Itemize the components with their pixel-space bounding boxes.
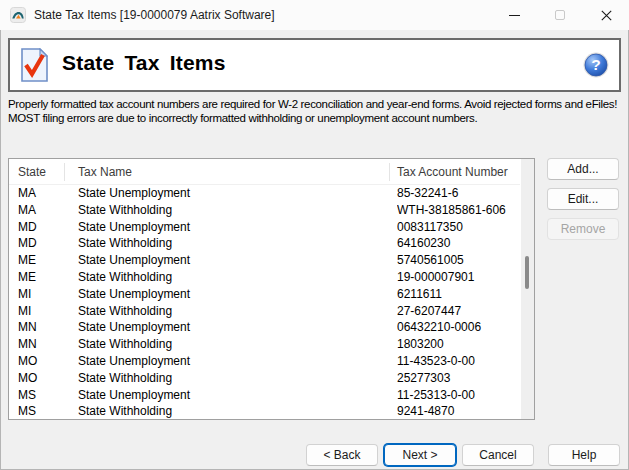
column-separator: [389, 163, 390, 181]
cell-state: MO: [18, 370, 78, 387]
window-title: State Tax Items [19-0000079 Aatrix Softw…: [34, 0, 275, 30]
cell-account-number: 11-25313-0-00: [397, 387, 520, 404]
table-row[interactable]: MA State Withholding WTH-38185861-606: [9, 202, 520, 219]
maximize-icon: [555, 10, 565, 20]
table-row[interactable]: MN State Unemployment 06432210-0006: [9, 319, 520, 336]
table-row[interactable]: ME State Unemployment 5740561005: [9, 252, 520, 269]
edit-button[interactable]: Edit...: [547, 188, 619, 210]
page-title: State Tax Items: [62, 51, 226, 75]
table-row[interactable]: MD State Unemployment 0083117350: [9, 219, 520, 236]
cell-account-number: 5740561005: [397, 252, 520, 269]
cancel-button[interactable]: Cancel: [462, 444, 534, 466]
remove-button[interactable]: Remove: [547, 218, 619, 240]
cell-tax-name: State Withholding: [78, 303, 397, 320]
cell-tax-name: State Unemployment: [78, 219, 397, 236]
column-header-tax-name[interactable]: Tax Name: [78, 165, 397, 179]
table-row[interactable]: MN State Withholding 1803200: [9, 336, 520, 353]
cell-tax-name: State Withholding: [78, 336, 397, 353]
table-row[interactable]: MA State Unemployment 85-32241-6: [9, 185, 520, 202]
cell-state: MA: [18, 202, 78, 219]
next-button[interactable]: Next >: [384, 444, 456, 466]
header-help-button[interactable]: ?: [583, 52, 609, 78]
cell-tax-name: State Unemployment: [78, 319, 397, 336]
cell-state: MS: [18, 387, 78, 404]
table-row[interactable]: MO State Unemployment 11-43523-0-00: [9, 353, 520, 370]
cell-tax-name: State Unemployment: [78, 252, 397, 269]
close-button[interactable]: [583, 0, 629, 30]
maximize-button[interactable]: [537, 0, 583, 30]
cell-state: MD: [18, 219, 78, 236]
cell-state: MI: [18, 286, 78, 303]
cell-state: MN: [18, 336, 78, 353]
cell-account-number: 25277303: [397, 370, 520, 387]
cell-account-number: 11-43523-0-00: [397, 353, 520, 370]
cell-account-number: 19-000007901: [397, 269, 520, 286]
cell-tax-name: State Withholding: [78, 403, 397, 418]
description-line-2: MOST filing errors are due to incorrectl…: [8, 112, 617, 126]
column-separator: [64, 163, 65, 181]
wizard-header: State Tax Items ?: [8, 38, 621, 92]
cell-tax-name: State Unemployment: [78, 286, 397, 303]
cell-state: ME: [18, 269, 78, 286]
cell-account-number: 64160230: [397, 235, 520, 252]
back-button[interactable]: < Back: [306, 444, 378, 466]
cell-state: ME: [18, 252, 78, 269]
cell-state: MN: [18, 319, 78, 336]
titlebar: State Tax Items [19-0000079 Aatrix Softw…: [0, 0, 629, 30]
description-line-1: Properly formatted tax account numbers a…: [8, 98, 617, 112]
description-text: Properly formatted tax account numbers a…: [8, 98, 617, 125]
tax-table-header: State Tax Name Tax Account Number: [9, 159, 520, 185]
cell-account-number: 6211611: [397, 286, 520, 303]
cell-tax-name: State Withholding: [78, 370, 397, 387]
cell-tax-name: State Withholding: [78, 269, 397, 286]
aatrix-logo-icon: [10, 7, 26, 23]
table-row[interactable]: MS State Unemployment 11-25313-0-00: [9, 387, 520, 404]
close-icon: [601, 10, 612, 21]
cell-account-number: 1803200: [397, 336, 520, 353]
cell-account-number: 06432210-0006: [397, 319, 520, 336]
cell-state: MA: [18, 185, 78, 202]
cell-state: MI: [18, 303, 78, 320]
table-row[interactable]: MO State Withholding 25277303: [9, 370, 520, 387]
cell-tax-name: State Withholding: [78, 235, 397, 252]
column-header-state[interactable]: State: [18, 165, 78, 179]
dialog-window: { "window": { "title": "State Tax Items …: [0, 0, 629, 470]
help-button[interactable]: Help: [548, 444, 620, 466]
table-row[interactable]: MD State Withholding 64160230: [9, 235, 520, 252]
cell-state: MO: [18, 353, 78, 370]
column-header-account-number[interactable]: Tax Account Number: [397, 165, 520, 179]
cell-tax-name: State Unemployment: [78, 185, 397, 202]
table-row[interactable]: MI State Unemployment 6211611: [9, 286, 520, 303]
cell-tax-name: State Unemployment: [78, 387, 397, 404]
table-row[interactable]: MI State Withholding 27-6207447: [9, 303, 520, 320]
tax-table-body: MA State Unemployment 85-32241-6 MA Stat…: [9, 185, 520, 418]
table-row[interactable]: MS State Withholding 9241-4870: [9, 403, 520, 418]
cell-account-number: 27-6207447: [397, 303, 520, 320]
cell-account-number: 9241-4870: [397, 403, 520, 418]
document-check-icon: [20, 48, 48, 82]
scrollbar-thumb[interactable]: [525, 256, 529, 289]
question-mark-icon: ?: [591, 56, 600, 73]
minimize-button[interactable]: [491, 0, 537, 30]
add-button[interactable]: Add...: [547, 158, 619, 180]
list-scrollbar[interactable]: [521, 159, 534, 419]
cell-account-number: WTH-38185861-606: [397, 202, 520, 219]
cell-state: MS: [18, 403, 78, 418]
cell-state: MD: [18, 235, 78, 252]
tax-items-list: State Tax Name Tax Account Number MA Sta…: [8, 158, 535, 420]
minimize-icon: [509, 15, 520, 16]
table-row[interactable]: ME State Withholding 19-000007901: [9, 269, 520, 286]
cell-tax-name: State Withholding: [78, 202, 397, 219]
cell-account-number: 85-32241-6: [397, 185, 520, 202]
cell-tax-name: State Unemployment: [78, 353, 397, 370]
cell-account-number: 0083117350: [397, 219, 520, 236]
